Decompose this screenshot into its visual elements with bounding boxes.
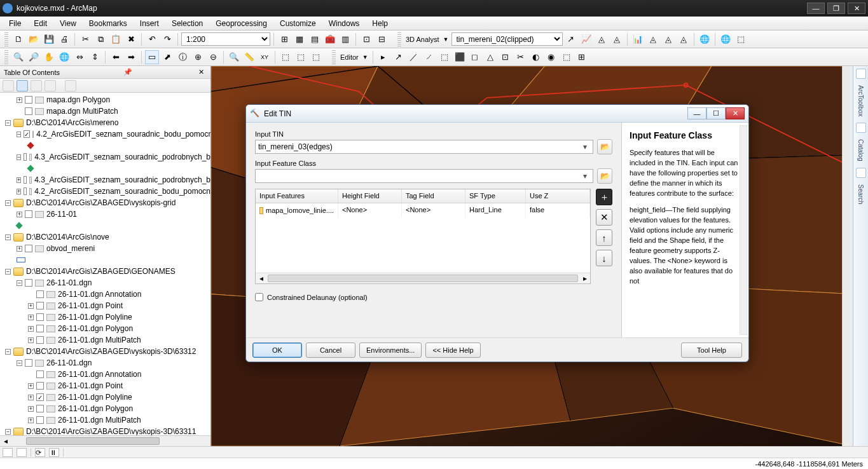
xy-icon[interactable]: XY [258,50,272,64]
expand-icon[interactable]: + [28,383,34,389]
toc-folder[interactable]: −D:\BC\2014\ArcGis\ZABAGED\vyskopis-3D\6… [0,346,210,357]
grid-hscrollbar[interactable]: ◂ ▸ [256,273,590,283]
toc-layer[interactable]: +mapa.dgn Polygon [0,94,210,105]
forward-icon[interactable]: ➡ [124,50,138,64]
toc-hscrollbar[interactable]: ◂ [0,435,210,446]
layout-view-icon[interactable] [17,448,27,457]
toc-tab-options[interactable] [65,80,76,92]
redo-icon[interactable]: ↷ [160,32,174,46]
dialog-maximize-button[interactable]: ☐ [706,107,726,119]
pointer-icon[interactable]: ⬈ [160,50,174,64]
help-vscrollbar[interactable] [740,125,747,335]
visibility-checkbox[interactable] [36,370,44,378]
dropdown-icon[interactable]: ▾ [580,142,590,151]
zoom-out-icon[interactable]: 🔎 [27,50,41,64]
dialog-close-button[interactable]: ✕ [726,107,745,119]
edit-icon[interactable]: ⟋ [422,50,436,64]
visibility-checkbox[interactable] [25,359,32,367]
expand-icon[interactable]: + [17,189,21,194]
browse-tin-button[interactable]: 📂 [597,139,612,154]
visibility-checkbox[interactable] [25,245,32,252]
edit-icon[interactable]: ⬚ [560,50,574,64]
toc-layer[interactable]: +26-11-01.dgn Polygon [0,403,210,414]
edit-icon[interactable]: ↗ [392,50,406,64]
ok-button[interactable]: OK [252,343,302,358]
data-view-icon[interactable] [3,448,13,457]
environments-button[interactable]: Environments... [359,343,422,358]
toc-layer[interactable]: +26-11-01.dgn Point [0,380,210,391]
visibility-checkbox[interactable] [25,279,32,287]
tool-icon[interactable]: ⇕ [88,50,102,64]
menu-view[interactable]: View [53,19,83,28]
identify-icon[interactable]: ⓘ [176,50,189,64]
editor-label[interactable]: Editor [339,53,360,61]
dialog-minimize-button[interactable]: — [687,107,706,119]
toc-tab-drawing-order[interactable] [3,80,14,92]
expand-icon[interactable]: − [5,200,11,206]
expand-icon[interactable]: − [17,280,22,286]
refresh-icon[interactable]: ⟳ [35,448,45,457]
select-icon[interactable]: ▭ [145,50,159,64]
toc-layer[interactable]: +26-11-01 [0,208,210,220]
save-icon[interactable]: 💾 [42,32,56,46]
measure-icon[interactable]: 📏 [242,50,256,64]
toc-layer[interactable]: +4.2_ArcGisEDIT_seznam_souradnic_bodu_po… [0,186,210,197]
rail-tab-search[interactable]: Search [857,180,864,208]
toc-folder[interactable]: −D:\BC\2014\ArcGis\ZABAGED\vyskopis-grid [0,197,210,208]
toolbox-icon[interactable] [856,69,866,79]
table-row[interactable]: mapa_lomove_linie.... <None> <None> Hard… [256,203,590,217]
tool-icon[interactable]: ⊡ [359,32,373,46]
search-icon[interactable]: 🔍 [227,50,241,64]
tool-icon[interactable]: ⬚ [294,50,308,64]
toc-tab-visibility[interactable] [31,80,42,92]
tool-icon[interactable]: ⬚ [279,50,293,64]
expand-icon[interactable]: + [17,246,22,252]
expand-icon[interactable]: − [17,360,22,366]
edit-icon[interactable]: ✂ [514,50,528,64]
edit-icon[interactable]: ▸ [376,50,390,64]
features-grid[interactable]: Input Features Height Field Tag Field SF… [255,189,591,284]
tool-icon[interactable]: ▥ [338,32,352,46]
expand-icon[interactable]: − [17,132,21,137]
toc-folder[interactable]: −D:\BC\2014\ArcGis\ZABAGED\GEONAMES [0,266,210,277]
toc-folder[interactable]: −D:\BC\2014\ArcGis\mereno [0,117,210,128]
back-icon[interactable]: ⬅ [109,50,123,64]
tool-icon[interactable]: ⊞ [277,32,291,46]
scale-combo[interactable]: 1:200 [181,32,270,46]
rail-tab-toolbox[interactable]: ArcToolbox [857,81,864,120]
edit-icon[interactable]: ⊞ [575,50,589,64]
toc-layer[interactable]: −26-11-01.dgn [0,277,210,289]
expand-icon[interactable]: − [5,120,11,126]
visibility-checkbox[interactable] [24,187,26,195]
toc-layer[interactable] [0,140,210,151]
tool-icon[interactable]: ◬ [646,32,660,46]
edit-icon[interactable]: ◐ [529,50,543,64]
toc-layer[interactable]: mapa.dgn MultiPatch [0,105,210,117]
input-tin-combo[interactable]: tin_mereni_03(edges) ▾ [255,140,593,154]
visibility-checkbox[interactable] [36,313,44,321]
open-icon[interactable]: 📂 [27,32,41,46]
tool-icon[interactable]: ↗ [564,32,578,46]
toc-layer[interactable]: 26-11-01.dgn Annotation [0,369,210,380]
toc-folder[interactable]: −D:\BC\2014\ArcGis\ZABAGED\vyskopis-3D\6… [0,426,210,435]
tool-icon[interactable]: ◬ [677,32,691,46]
edit-icon[interactable]: △ [483,50,497,64]
tool-icon[interactable]: 📈 [579,32,593,46]
expand-icon[interactable]: − [5,234,11,240]
menu-customize[interactable]: Customize [273,19,322,28]
close-button[interactable]: ✕ [848,3,865,14]
expand-icon[interactable]: + [28,418,34,423]
print-icon[interactable]: 🖨 [57,32,71,46]
visibility-checkbox[interactable] [24,176,26,184]
visibility-checkbox[interactable] [25,210,32,218]
edit-icon[interactable]: ／ [407,50,421,64]
copy-icon[interactable]: ⧉ [93,32,107,46]
expand-icon[interactable]: + [17,177,21,183]
tool-icon[interactable]: ⊟ [375,32,389,46]
toc-layer[interactable]: +obvod_mereni [0,243,210,254]
toc-layer[interactable]: +26-11-01.dgn MultiPatch [0,334,210,346]
tool-icon[interactable]: ▦ [293,32,307,46]
toc-layer[interactable]: −4.3_ArcGisEDIT_seznam_souradnic_podrobn… [0,151,210,163]
expand-icon[interactable]: + [28,406,34,412]
toolbar-grip[interactable] [4,32,8,46]
